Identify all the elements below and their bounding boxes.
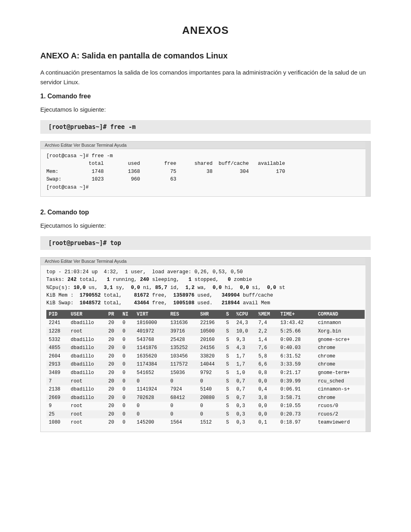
command1-heading: 1. Comando free [40, 93, 371, 100]
table-cell: dbadillo [68, 369, 106, 377]
table-cell: 0,3 [234, 418, 256, 427]
table-cell: 4,3 [234, 344, 256, 352]
command2-intro: Ejecutamos lo siguiente: [40, 221, 371, 231]
table-cell: root [68, 418, 106, 427]
table-cell: 20 [106, 410, 120, 419]
table-cell: 0:18.97 [278, 418, 316, 427]
table-row: 2913dbadillo200117438411757214044S1,76,6… [46, 360, 365, 369]
table-cell: 103456 [168, 352, 198, 361]
table-cell: 3:58.71 [278, 394, 316, 402]
table-header: TIME+ [278, 310, 316, 319]
table-cell: cinnamon-s+ [316, 385, 365, 394]
table-header: %MEM [256, 310, 278, 319]
table-cell: S [224, 385, 234, 394]
command2-heading: 2. Comando top [40, 209, 371, 216]
table-cell: 0 [168, 377, 198, 386]
table-cell: 3489 [46, 369, 68, 377]
table-cell: 0 [134, 377, 168, 386]
table-cell: 20 [106, 360, 120, 369]
table-header: USER [68, 310, 106, 319]
table-cell: 131636 [168, 319, 198, 327]
table-header: %CPU [234, 310, 256, 319]
table-cell: 0,0 [256, 410, 278, 419]
table-cell: 24,3 [234, 319, 256, 327]
table-cell: S [224, 360, 234, 369]
table-cell: 20880 [198, 394, 224, 402]
table-cell: root [68, 377, 106, 386]
section-a-title: ANEXO A: Salida en pantalla de comandos … [40, 51, 371, 60]
table-cell: 135252 [168, 344, 198, 352]
table-cell: teamviewerd [316, 418, 365, 427]
table-cell: 0 [120, 327, 134, 336]
table-cell: 1816000 [134, 319, 168, 327]
table-cell: 2241 [46, 319, 68, 327]
table-cell: 0 [120, 402, 134, 410]
table-cell: 0,8 [256, 369, 278, 377]
table-cell: 20 [106, 352, 120, 361]
table-cell: 0:39.99 [278, 377, 316, 386]
terminal1: Archivo Editar Ver Buscar Terminal Ayuda… [40, 141, 371, 197]
table-cell: 1228 [46, 327, 68, 336]
table-cell: 0 [120, 385, 134, 394]
table-cell: 0 [168, 410, 198, 419]
table-cell: 25 [46, 410, 68, 419]
table-cell: 0:21.17 [278, 369, 316, 377]
table-cell: 0 [120, 319, 134, 327]
table-cell: S [224, 336, 234, 344]
command2-label: [root@pruebas~]# top [40, 236, 371, 250]
table-cell: 0 [120, 377, 134, 386]
table-cell: 0 [198, 402, 224, 410]
table-cell: S [224, 418, 234, 427]
table-cell: gnome-term+ [316, 369, 365, 377]
table-cell: 0 [120, 418, 134, 427]
table-cell: 20 [106, 394, 120, 402]
table-cell: 0 [134, 410, 168, 419]
table-cell: 20 [106, 336, 120, 344]
top-table: PIDUSERPRNIVIRTRESSHRS%CPU%MEMTIME+COMMA… [46, 310, 365, 427]
table-cell: 0,7 [234, 394, 256, 402]
table-cell: 0 [120, 336, 134, 344]
main-title: ANEXOS [40, 24, 371, 37]
table-cell: 1564 [168, 418, 198, 427]
table-header: VIRT [134, 310, 168, 319]
table-row: 1080root20014520015641512S0,30,10:18.97t… [46, 418, 365, 427]
table-cell: 0:10.55 [278, 402, 316, 410]
table-row: 4855dbadillo200114187613525224156S4,37,6… [46, 344, 365, 352]
table-cell: 0 [120, 352, 134, 361]
table-cell: 0:20.73 [278, 410, 316, 419]
table-cell: S [224, 377, 234, 386]
table-cell: S [224, 369, 234, 377]
table-cell: dbadillo [68, 394, 106, 402]
table-cell: 1141924 [134, 385, 168, 394]
table-cell: chrome [316, 394, 365, 402]
terminal2-scrollbar[interactable] [365, 258, 370, 432]
table-cell: 3:33.59 [278, 360, 316, 369]
table-cell: 1141876 [134, 344, 168, 352]
table-cell: 20 [106, 344, 120, 352]
terminal2: Archivo Editar Ver Buscar Terminal Ayuda… [40, 257, 371, 432]
table-cell: 0 [198, 410, 224, 419]
table-cell: 117572 [168, 360, 198, 369]
table-header: PR [106, 310, 120, 319]
table-cell: 5:25.66 [278, 327, 316, 336]
table-cell: S [224, 319, 234, 327]
table-cell: 39716 [168, 327, 198, 336]
terminal1-scrollbar[interactable] [365, 141, 370, 196]
terminal1-content: [root@casa ~]# free -m total used free s… [41, 149, 370, 196]
table-cell: dbadillo [68, 319, 106, 327]
table-cell: 20 [106, 369, 120, 377]
table-row: 2669dbadillo2007026286841220880S0,73,83:… [46, 394, 365, 402]
table-header: PID [46, 310, 68, 319]
table-cell: S [224, 352, 234, 361]
table-cell: 702628 [134, 394, 168, 402]
terminal2-menubar: Archivo Editar Ver Buscar Terminal Ayuda [41, 258, 370, 265]
table-cell: 0:00.28 [278, 336, 316, 344]
table-cell: Xorg.bin [316, 327, 365, 336]
table-cell: chrome [316, 344, 365, 352]
table-cell: 5332 [46, 336, 68, 344]
command1-intro: Ejecutamos lo siguiente: [40, 105, 371, 114]
table-cell: S [224, 394, 234, 402]
table-cell: dbadillo [68, 360, 106, 369]
table-cell: 0,0 [256, 402, 278, 410]
intro-paragraph: A continuación presentamos la salida de … [40, 68, 371, 87]
